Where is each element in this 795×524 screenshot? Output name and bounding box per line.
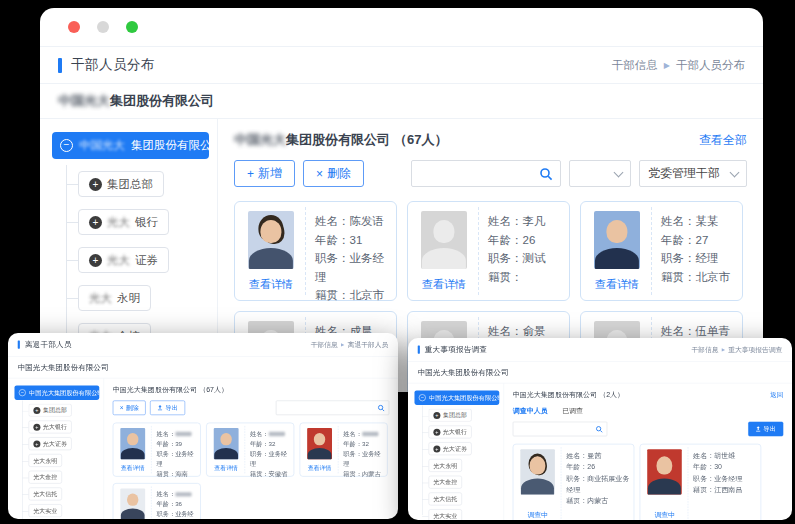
search-icon[interactable]	[592, 425, 607, 433]
tree-node-hq[interactable]: + 集团总部	[429, 409, 472, 422]
tree-node-bank[interactable]: + 光大银行	[29, 420, 72, 433]
expand-icon[interactable]: +	[33, 440, 40, 447]
person-origin: 北京市	[350, 289, 385, 301]
person-count: （67人）	[199, 385, 228, 395]
search-icon[interactable]	[374, 404, 389, 412]
person-age: 30	[714, 463, 722, 471]
collapse-icon[interactable]: −	[19, 389, 26, 396]
export-icon	[157, 405, 163, 411]
expand-icon[interactable]: +	[433, 428, 440, 435]
tree-node-finholding[interactable]: 光大金控	[429, 476, 462, 489]
breadcrumb: 干部信息 ▶ 重大事项报告调查	[691, 345, 782, 354]
tree-node-bank[interactable]: + 光大 银行	[78, 209, 169, 235]
type-select[interactable]	[569, 160, 631, 187]
export-icon	[755, 426, 761, 432]
view-all-link[interactable]: 查看全部	[699, 132, 747, 149]
breadcrumb-parent[interactable]: 干部信息	[691, 345, 718, 354]
breadcrumb-arrow-icon: ▶	[722, 347, 725, 352]
person-card: 查看详情 姓名： 年龄：32 职务：业务经理 籍贯：安徽省	[206, 423, 294, 477]
expand-icon[interactable]: +	[433, 445, 440, 452]
tree-node-sunlife[interactable]: 光大永明	[29, 454, 62, 467]
search-input[interactable]	[276, 401, 373, 415]
cadre-category-select[interactable]: 党委管理干部	[639, 160, 747, 187]
content-company-suffix: 集团股份有限公司	[286, 131, 390, 149]
toolbar: × 删除 导出	[113, 401, 389, 416]
breadcrumb-parent[interactable]: 干部信息	[612, 58, 658, 73]
add-button[interactable]: + 新增	[234, 160, 295, 187]
expand-icon[interactable]: +	[33, 423, 40, 430]
tree-node-hq[interactable]: + 集团总部	[78, 171, 164, 197]
chevron-down-icon	[730, 167, 740, 177]
person-origin: 内蒙古	[587, 497, 608, 505]
tree-node-hq[interactable]: + 集团总部	[29, 404, 72, 417]
expand-icon[interactable]: +	[433, 412, 440, 419]
view-detail-link[interactable]: 查看详情	[214, 464, 238, 472]
tree-root-node[interactable]: − 中国光大集团股份有限公司	[414, 390, 499, 405]
maximize-window-button[interactable]	[126, 21, 138, 33]
search-input[interactable]	[513, 422, 591, 436]
expand-icon[interactable]: +	[89, 178, 102, 191]
investigating-link[interactable]: 调查中	[654, 511, 674, 520]
x-icon: ×	[316, 168, 323, 180]
company-name-prefix: 中国光大	[58, 92, 110, 110]
person-count: （67人）	[394, 131, 447, 149]
page-header: 重大事项报告调查 干部信息 ▶ 重大事项报告调查	[408, 338, 792, 362]
breadcrumb-current: 重大事项报告调查	[728, 345, 782, 354]
close-window-button[interactable]	[68, 21, 80, 33]
person-photo	[520, 449, 555, 494]
tree-root-node[interactable]: − 中国光大集团股份有限公司	[14, 385, 99, 400]
person-card-row: 调查中 姓名：曼茜 年龄：26 职务：商业拓展业务经理 籍贯：内蒙古	[513, 444, 784, 520]
tab-investigated[interactable]: 已调查	[562, 406, 583, 416]
redacted-name	[362, 432, 378, 436]
tree-node-securities[interactable]: + 光大 证券	[78, 247, 169, 273]
main-content: 中国光大集团股份有限公司 （2人） 返回 调查中人员 已调查	[504, 383, 792, 520]
person-card: 调查中 姓名：曼茜 年龄：26 职务：商业拓展业务经理 籍贯：内蒙古	[513, 444, 635, 520]
search-input[interactable]	[412, 161, 532, 186]
person-age: 26	[523, 234, 536, 246]
collapse-icon[interactable]: −	[419, 394, 426, 401]
delete-button[interactable]: × 删除	[113, 401, 146, 416]
tree-children: + 集团总部 + 光大银行 + 光大证券 光大永明 光大金控 光大信托 光大实业…	[29, 404, 100, 519]
person-card: 查看详情 姓名：陈发语 年龄：31 职务：业务经理 籍贯：北京市	[234, 201, 397, 301]
tree-node-bank[interactable]: + 光大银行	[429, 425, 472, 438]
tree-node-industry[interactable]: 光大实业	[429, 509, 462, 520]
view-detail-link[interactable]: 查看详情	[121, 464, 145, 472]
tree-node-industry[interactable]: 光大实业	[29, 504, 62, 517]
tree-node-finholding[interactable]: 光大金控	[29, 471, 62, 484]
expand-icon[interactable]: +	[89, 216, 102, 229]
tree-node-trust[interactable]: 光大信托	[29, 487, 62, 500]
export-button[interactable]: 导出	[748, 422, 783, 437]
window-titlebar	[40, 8, 763, 46]
expand-icon[interactable]: +	[33, 407, 40, 414]
view-detail-link[interactable]: 查看详情	[249, 277, 293, 292]
tree-root-node[interactable]: − 中国光大 集团股份有限公司	[52, 132, 209, 159]
minimize-window-button[interactable]	[97, 21, 109, 33]
tree-node-securities[interactable]: + 光大证券	[429, 442, 472, 455]
collapse-icon[interactable]: −	[60, 139, 73, 152]
search-icon[interactable]	[532, 167, 560, 181]
major-matters-window: 重大事项报告调查 干部信息 ▶ 重大事项报告调查 中国光大集团股份有限公司 − …	[408, 338, 792, 520]
view-detail-link[interactable]: 查看详情	[308, 464, 332, 472]
title-accent-bar	[58, 58, 62, 73]
tree-node-securities[interactable]: + 光大证券	[29, 437, 72, 450]
breadcrumb-parent[interactable]: 干部信息	[311, 340, 338, 349]
export-button[interactable]: 导出	[150, 401, 185, 416]
plus-icon: +	[247, 168, 254, 180]
tab-under-investigation[interactable]: 调查中人员	[513, 406, 548, 416]
investigating-link[interactable]: 调查中	[527, 511, 547, 520]
view-detail-link[interactable]: 查看详情	[595, 277, 639, 292]
person-card: 调查中 姓名：胡世维 年龄：30 职务：业务经理 籍贯：江西南昌	[640, 444, 762, 520]
page-title: 重大事项报告调查	[425, 345, 488, 355]
tree-node-sunlife[interactable]: 光大 永明	[78, 285, 151, 311]
tree-node-sunlife[interactable]: 光大永明	[429, 459, 462, 472]
person-age: 27	[696, 234, 709, 246]
person-title: 经理	[696, 252, 719, 264]
person-age: 36	[175, 501, 182, 507]
tree-node-trust[interactable]: 光大信托	[429, 492, 462, 505]
person-name: 李凡	[523, 215, 546, 227]
delete-button[interactable]: × 删除	[303, 160, 364, 187]
person-age: 31	[350, 234, 363, 246]
view-detail-link[interactable]: 查看详情	[422, 277, 466, 292]
back-link[interactable]: 返回	[770, 390, 783, 399]
expand-icon[interactable]: +	[89, 254, 102, 267]
